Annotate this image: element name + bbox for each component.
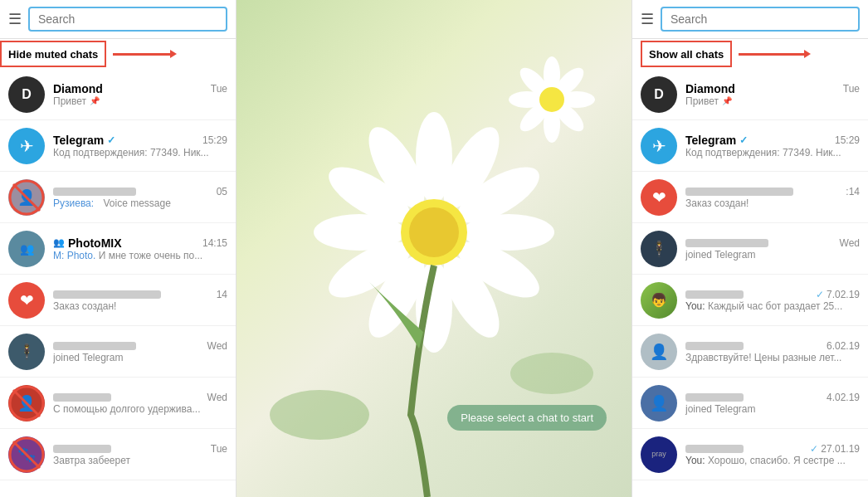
avatar-container: 👤 [8,385,45,421]
chat-content: Wed joined Telegram [685,237,860,261]
chat-name: Diamond [685,82,735,95]
chat-content: Wed С помощью долгого удержива... [53,392,227,415]
hide-muted-button[interactable]: Hide muted chats [0,41,106,67]
verified-icon: ✓ [107,134,115,146]
chat-content: Telegram ✓ 15:29 Код подтверждения: 7734… [53,134,227,158]
left-header: ☰ [0,0,236,39]
avatar: 👥 [8,231,45,267]
chat-name [685,393,744,402]
chat-preview: M: Photo. И мне тоже очень по... [53,250,227,261]
chat-name [53,445,111,453]
chat-content: 05 Рузиева: Voice message [53,186,227,209]
mute-overlay [8,385,45,421]
avatar: 👤 [641,334,677,370]
svg-line-3 [13,390,40,417]
chat-item[interactable]: 👤 Wed С помощью долгого удержива... [0,378,236,429]
chat-time: 14:15 [202,237,227,249]
chat-content: 👥 PhotoMIX 14:15 M: Photo. И мне тоже оч… [53,236,227,261]
right-panel: ☰ Show all chats D Diamond Tue Привет � [631,0,868,497]
avatar: ✈ [641,128,677,164]
chat-item[interactable]: 👤 6.02.19 Здравствуйте! Цены разные лет.… [632,326,868,378]
chat-time: 6.02.19 [827,340,860,352]
chat-item[interactable]: pray ✓ 27.01.19 You: Хорошо, спасибо. Я … [632,429,868,480]
chat-item[interactable]: 👦 ✓ 7.02.19 You: Каждый час бот раздает … [632,275,868,326]
chat-item[interactable]: ❤ :14 Заказ создан! [632,172,868,223]
chat-item[interactable]: 🐾 Tue Завтра забеерет [0,429,236,480]
chat-content: :14 Заказ создан! [685,186,860,209]
chat-item[interactable]: ❤ 14 Заказ создан! [0,275,236,326]
chat-content: 4.02.19 joined Telegram [685,392,860,415]
svg-point-19 [409,207,459,257]
chat-time: 14 [217,289,227,300]
avatar: 👦 [641,282,677,319]
svg-point-28 [539,87,564,112]
chat-name: Diamond [53,82,103,95]
chat-time: 05 [217,186,227,197]
chat-preview: joined Telegram [685,249,860,261]
chat-item[interactable]: 👥 👥 PhotoMIX 14:15 M: Photo. И мне тоже … [0,223,236,275]
chat-time: 4.02.19 [827,392,860,403]
please-select-text: Please select a chat to start [447,405,607,431]
avatar: ❤ [8,282,45,319]
avatar: D [641,76,677,113]
chat-preview: Привет 📌 [53,95,227,107]
chat-preview: Заказ создан! [685,197,860,209]
chat-item[interactable]: 👤 4.02.19 joined Telegram [632,378,868,429]
chat-name: 👥 PhotoMIX [53,236,122,250]
avatar: 👤 [641,385,677,421]
hamburger-icon-right[interactable]: ☰ [641,10,654,28]
avatar: 🕴 [641,231,677,267]
chat-time: 15:29 [835,134,860,146]
chat-content: Diamond Tue Привет 📌 [53,82,227,107]
mute-overlay [8,436,45,473]
svg-point-30 [510,353,593,394]
middle-area: Please select a chat to start [237,0,631,497]
chat-name [53,393,111,402]
chat-name [685,445,744,453]
right-search-input[interactable] [661,7,860,32]
chat-preview: joined Telegram [53,352,227,363]
chat-name [685,290,744,299]
chat-item[interactable]: ✈ Telegram ✓ 15:29 Код подтверждения: 77… [0,120,236,172]
chat-item[interactable]: D Diamond Tue Привет 📌 [632,69,868,120]
chat-preview: Код подтверждения: 77349. Ник... [685,147,860,158]
right-header: ☰ [632,0,868,39]
chat-preview: Рузиева: Voice message [53,197,227,209]
right-chat-list: D Diamond Tue Привет 📌 ✈ Telegram ✓ 15:2… [632,69,868,497]
chat-item[interactable]: D Diamond Tue Привет 📌 [0,69,236,120]
chat-item[interactable]: 🕴 Wed joined Telegram [0,326,236,378]
chat-content: ✓ 7.02.19 You: Каждый час бот раздает 25… [685,289,860,312]
pin-icon: 📌 [722,96,732,105]
avatar: D [8,76,45,113]
chat-time: Tue [211,83,227,95]
flower-background: Please select a chat to start [237,0,631,497]
chat-name: Telegram ✓ [685,134,748,147]
left-chat-list: D Diamond Tue Привет 📌 ✈ Telegram ✓ 15:2… [0,69,236,497]
left-search-input[interactable] [28,7,227,32]
chat-item[interactable]: 🕴 Wed joined Telegram [632,223,868,275]
chat-content: 6.02.19 Здравствуйте! Цены разные лет... [685,340,860,363]
chat-content: ✓ 27.01.19 You: Хорошо, спасибо. Я сестр… [685,443,860,466]
verified-icon: ✓ [739,134,748,146]
chat-time: Tue [211,443,227,455]
chat-item[interactable]: 👤 05 Рузиева: Voice message [0,172,236,223]
chat-time: ✓ 27.01.19 [810,443,860,455]
hide-muted-label: Hide muted chats [8,48,98,61]
chat-preview: Код подтверждения: 77349. Ник... [53,147,227,158]
chat-name [53,188,136,196]
chat-time: Wed [840,237,860,249]
chat-content: Diamond Tue Привет 📌 [685,82,860,107]
chat-preview: Завтра забеерет [53,455,227,466]
chat-preview: You: Хорошо, спасибо. Я сестре ... [685,455,860,466]
chat-item[interactable]: ✈ Telegram ✓ 15:29 Код подтверждения: 77… [632,120,868,172]
chat-preview: joined Telegram [685,403,860,415]
chat-time: Tue [843,83,860,95]
chat-time: ✓ 7.02.19 [816,289,860,300]
pin-icon: 📌 [90,96,100,105]
svg-line-5 [13,441,40,468]
chat-name [685,188,793,196]
hamburger-icon[interactable]: ☰ [8,10,22,28]
chat-time: Wed [207,392,227,403]
show-all-button[interactable]: Show all chats [641,41,732,67]
chat-content: 14 Заказ создан! [53,289,227,312]
